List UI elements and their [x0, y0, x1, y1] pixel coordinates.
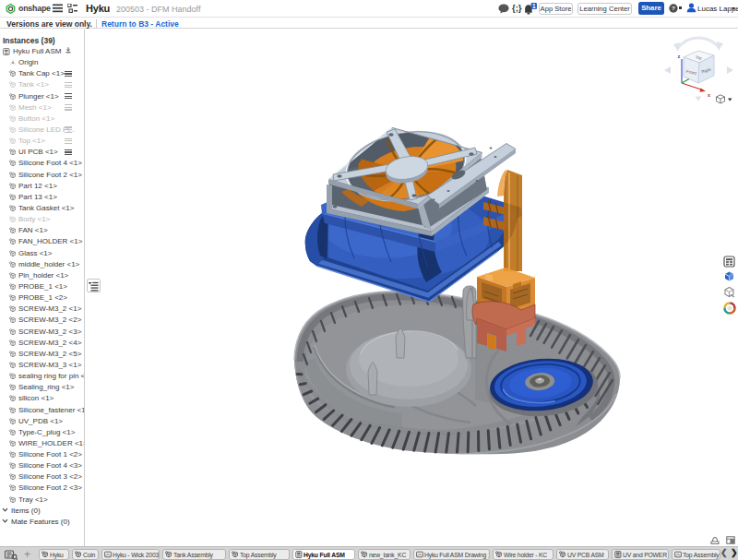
- svg-text:z: z: [678, 54, 681, 59]
- svg-text:x: x: [708, 92, 711, 98]
- svg-text:1: 1: [532, 3, 536, 9]
- svg-text:?: ?: [672, 4, 675, 10]
